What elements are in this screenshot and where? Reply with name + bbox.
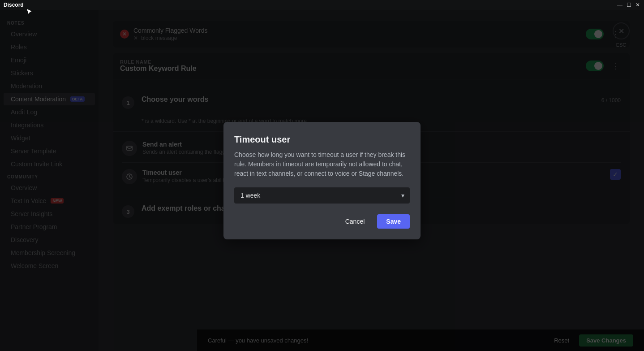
- app-title: Discord: [4, 2, 24, 8]
- timeout-modal: Timeout user Choose how long you want to…: [223, 122, 421, 239]
- modal-desc: Choose how long you want to timeout a us…: [234, 150, 410, 178]
- maximize-button[interactable]: ☐: [626, 2, 631, 8]
- modal-select-wrapper: 60 seconds 5 minutes 10 minutes 1 hour 1…: [234, 187, 410, 204]
- close-button[interactable]: ✕: [635, 2, 640, 8]
- modal-title: Timeout user: [234, 134, 410, 145]
- modal-save-button[interactable]: Save: [377, 214, 410, 229]
- minimize-button[interactable]: —: [617, 2, 623, 8]
- modal-cancel-button[interactable]: Cancel: [338, 214, 372, 229]
- title-bar: Discord — ☐ ✕: [0, 0, 644, 10]
- modal-overlay: Timeout user Choose how long you want to…: [0, 10, 644, 351]
- modal-actions: Cancel Save: [234, 214, 410, 229]
- window-controls: — ☐ ✕: [617, 2, 640, 8]
- timeout-duration-select[interactable]: 60 seconds 5 minutes 10 minutes 1 hour 1…: [234, 187, 410, 204]
